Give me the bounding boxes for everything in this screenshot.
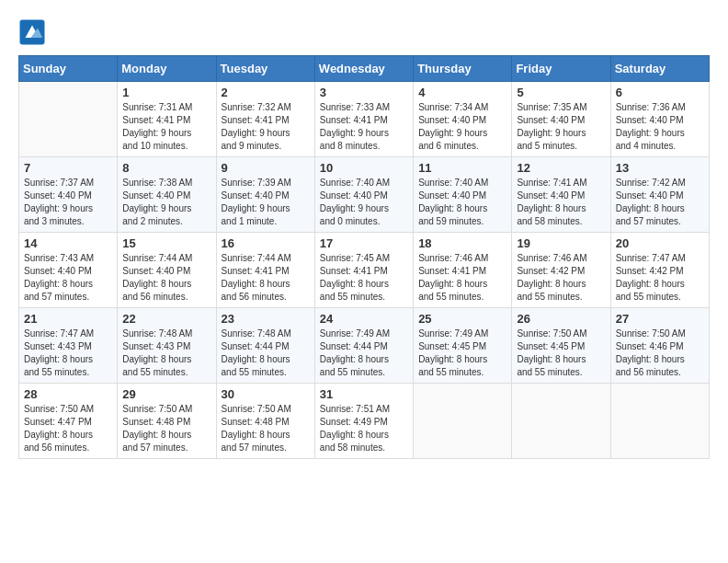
calendar-cell: 11Sunrise: 7:40 AM Sunset: 4:40 PM Dayli…	[414, 157, 512, 233]
day-info: Sunrise: 7:44 AM Sunset: 4:40 PM Dayligh…	[122, 252, 210, 304]
day-number: 10	[320, 161, 408, 175]
day-number: 4	[418, 86, 506, 99]
day-number: 28	[24, 387, 112, 401]
day-info: Sunrise: 7:43 AM Sunset: 4:40 PM Dayligh…	[24, 252, 112, 304]
weekday-header-cell: Sunday	[19, 56, 118, 82]
calendar-cell: 31Sunrise: 7:51 AM Sunset: 4:49 PM Dayli…	[314, 384, 413, 459]
day-number: 21	[24, 312, 112, 326]
day-number: 11	[418, 161, 506, 175]
calendar-cell: 10Sunrise: 7:40 AM Sunset: 4:40 PM Dayli…	[314, 157, 413, 233]
weekday-header-cell: Tuesday	[216, 56, 314, 82]
day-number: 3	[320, 86, 408, 99]
page-header	[18, 18, 710, 46]
day-info: Sunrise: 7:47 AM Sunset: 4:43 PM Dayligh…	[24, 327, 112, 379]
day-number: 12	[517, 161, 605, 175]
calendar-cell	[414, 384, 512, 459]
day-number: 30	[222, 387, 310, 401]
calendar-body: 1Sunrise: 7:31 AM Sunset: 4:41 PM Daylig…	[19, 82, 710, 459]
calendar-cell	[512, 384, 610, 459]
day-number: 24	[320, 312, 408, 326]
calendar-cell: 5Sunrise: 7:35 AM Sunset: 4:40 PM Daylig…	[512, 82, 610, 157]
calendar-cell: 21Sunrise: 7:47 AM Sunset: 4:43 PM Dayli…	[19, 308, 118, 384]
day-info: Sunrise: 7:50 AM Sunset: 4:48 PM Dayligh…	[222, 403, 310, 454]
day-info: Sunrise: 7:50 AM Sunset: 4:45 PM Dayligh…	[517, 327, 605, 379]
day-info: Sunrise: 7:32 AM Sunset: 4:41 PM Dayligh…	[222, 101, 310, 153]
calendar-cell: 9Sunrise: 7:39 AM Sunset: 4:40 PM Daylig…	[216, 157, 314, 233]
day-number: 31	[320, 387, 408, 401]
calendar-cell: 25Sunrise: 7:49 AM Sunset: 4:45 PM Dayli…	[414, 308, 512, 384]
logo-icon	[18, 18, 46, 46]
day-info: Sunrise: 7:36 AM Sunset: 4:40 PM Dayligh…	[616, 101, 704, 153]
calendar-cell	[19, 82, 118, 157]
calendar-cell: 4Sunrise: 7:34 AM Sunset: 4:40 PM Daylig…	[414, 82, 512, 157]
day-number: 26	[517, 312, 605, 326]
calendar-cell: 29Sunrise: 7:50 AM Sunset: 4:48 PM Dayli…	[118, 384, 216, 459]
day-info: Sunrise: 7:33 AM Sunset: 4:41 PM Dayligh…	[320, 101, 408, 153]
calendar-row: 7Sunrise: 7:37 AM Sunset: 4:40 PM Daylig…	[19, 157, 710, 233]
day-info: Sunrise: 7:46 AM Sunset: 4:42 PM Dayligh…	[517, 252, 605, 304]
day-info: Sunrise: 7:49 AM Sunset: 4:44 PM Dayligh…	[320, 327, 408, 379]
weekday-header-row: SundayMondayTuesdayWednesdayThursdayFrid…	[19, 56, 710, 82]
calendar-cell: 18Sunrise: 7:46 AM Sunset: 4:41 PM Dayli…	[414, 233, 512, 308]
day-number: 27	[616, 312, 704, 326]
day-number: 5	[517, 86, 605, 99]
weekday-header-cell: Wednesday	[314, 56, 413, 82]
calendar-cell: 24Sunrise: 7:49 AM Sunset: 4:44 PM Dayli…	[314, 308, 413, 384]
day-info: Sunrise: 7:40 AM Sunset: 4:40 PM Dayligh…	[320, 177, 408, 228]
day-number: 13	[616, 161, 704, 175]
day-number: 23	[222, 312, 310, 326]
calendar-cell: 28Sunrise: 7:50 AM Sunset: 4:47 PM Dayli…	[19, 384, 118, 459]
calendar-cell: 1Sunrise: 7:31 AM Sunset: 4:41 PM Daylig…	[118, 82, 216, 157]
calendar-cell: 30Sunrise: 7:50 AM Sunset: 4:48 PM Dayli…	[216, 384, 314, 459]
day-number: 22	[122, 312, 210, 326]
calendar-cell	[610, 384, 709, 459]
weekday-header-cell: Thursday	[414, 56, 512, 82]
logo	[18, 18, 50, 46]
day-number: 15	[122, 236, 210, 250]
day-info: Sunrise: 7:45 AM Sunset: 4:41 PM Dayligh…	[320, 252, 408, 304]
calendar-cell: 27Sunrise: 7:50 AM Sunset: 4:46 PM Dayli…	[610, 308, 709, 384]
calendar-cell: 8Sunrise: 7:38 AM Sunset: 4:40 PM Daylig…	[118, 157, 216, 233]
day-info: Sunrise: 7:48 AM Sunset: 4:44 PM Dayligh…	[222, 327, 310, 379]
calendar-cell: 23Sunrise: 7:48 AM Sunset: 4:44 PM Dayli…	[216, 308, 314, 384]
day-info: Sunrise: 7:37 AM Sunset: 4:40 PM Dayligh…	[24, 177, 112, 228]
day-number: 2	[222, 86, 310, 99]
day-info: Sunrise: 7:46 AM Sunset: 4:41 PM Dayligh…	[418, 252, 506, 304]
day-number: 7	[24, 161, 112, 175]
calendar-cell: 19Sunrise: 7:46 AM Sunset: 4:42 PM Dayli…	[512, 233, 610, 308]
calendar-cell: 2Sunrise: 7:32 AM Sunset: 4:41 PM Daylig…	[216, 82, 314, 157]
day-number: 18	[418, 236, 506, 250]
day-info: Sunrise: 7:51 AM Sunset: 4:49 PM Dayligh…	[320, 403, 408, 454]
day-info: Sunrise: 7:50 AM Sunset: 4:48 PM Dayligh…	[122, 403, 210, 454]
day-number: 1	[122, 86, 210, 99]
day-info: Sunrise: 7:39 AM Sunset: 4:40 PM Dayligh…	[222, 177, 310, 228]
day-number: 14	[24, 236, 112, 250]
calendar-cell: 20Sunrise: 7:47 AM Sunset: 4:42 PM Dayli…	[610, 233, 709, 308]
day-info: Sunrise: 7:44 AM Sunset: 4:41 PM Dayligh…	[222, 252, 310, 304]
day-info: Sunrise: 7:50 AM Sunset: 4:46 PM Dayligh…	[616, 327, 704, 379]
day-number: 25	[418, 312, 506, 326]
weekday-header-cell: Friday	[512, 56, 610, 82]
calendar-cell: 17Sunrise: 7:45 AM Sunset: 4:41 PM Dayli…	[314, 233, 413, 308]
calendar-cell: 3Sunrise: 7:33 AM Sunset: 4:41 PM Daylig…	[314, 82, 413, 157]
day-info: Sunrise: 7:48 AM Sunset: 4:43 PM Dayligh…	[122, 327, 210, 379]
day-number: 16	[222, 236, 310, 250]
day-info: Sunrise: 7:50 AM Sunset: 4:47 PM Dayligh…	[24, 403, 112, 454]
day-number: 29	[122, 387, 210, 401]
day-number: 20	[616, 236, 704, 250]
day-number: 6	[616, 86, 704, 99]
calendar-row: 14Sunrise: 7:43 AM Sunset: 4:40 PM Dayli…	[19, 233, 710, 308]
day-number: 19	[517, 236, 605, 250]
calendar-cell: 13Sunrise: 7:42 AM Sunset: 4:40 PM Dayli…	[610, 157, 709, 233]
day-info: Sunrise: 7:47 AM Sunset: 4:42 PM Dayligh…	[616, 252, 704, 304]
calendar-row: 28Sunrise: 7:50 AM Sunset: 4:47 PM Dayli…	[19, 384, 710, 459]
day-number: 17	[320, 236, 408, 250]
day-info: Sunrise: 7:38 AM Sunset: 4:40 PM Dayligh…	[122, 177, 210, 228]
day-info: Sunrise: 7:40 AM Sunset: 4:40 PM Dayligh…	[418, 177, 506, 228]
day-info: Sunrise: 7:42 AM Sunset: 4:40 PM Dayligh…	[616, 177, 704, 228]
calendar-cell: 14Sunrise: 7:43 AM Sunset: 4:40 PM Dayli…	[19, 233, 118, 308]
calendar-cell: 22Sunrise: 7:48 AM Sunset: 4:43 PM Dayli…	[118, 308, 216, 384]
day-info: Sunrise: 7:34 AM Sunset: 4:40 PM Dayligh…	[418, 101, 506, 153]
day-info: Sunrise: 7:35 AM Sunset: 4:40 PM Dayligh…	[517, 101, 605, 153]
calendar-cell: 26Sunrise: 7:50 AM Sunset: 4:45 PM Dayli…	[512, 308, 610, 384]
